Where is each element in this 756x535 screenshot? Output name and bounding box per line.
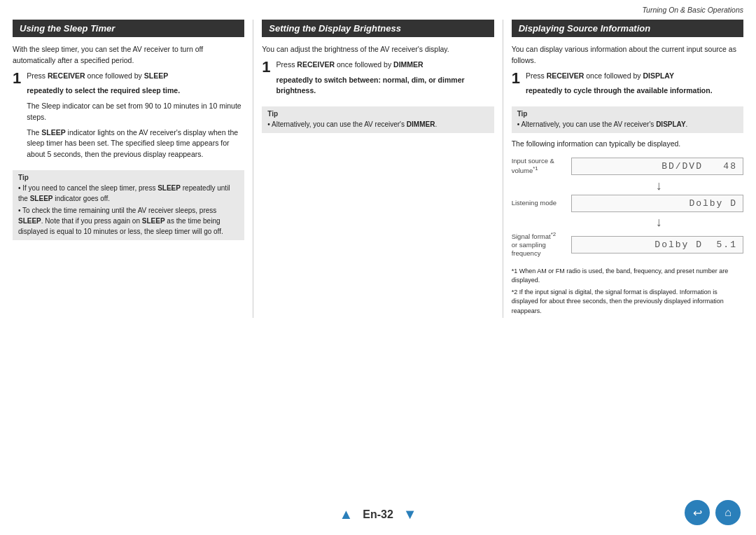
prev-page-button[interactable]: ▲ [339,506,353,522]
dimmer-column: Setting the Display Brightness You can a… [255,20,500,318]
dimmer-step1-text: Press RECEIVER once followed by DIMMER r… [276,60,494,101]
display-row-2: Listening mode Dolby D [512,195,743,212]
bottom-nav: ▲ En-32 ▼ [0,506,756,522]
display-label-source: Input source &volume*1 [512,157,571,176]
display-tip1: • Alternatively, you can use the AV rece… [517,119,738,130]
display-tip-label: Tip [517,110,738,118]
back-icon: ↩ [693,506,702,520]
sleep-tip1: • If you need to cancel the sleep timer,… [18,183,239,204]
dimmer-tip-box: Tip • Alternatively, you can use the AV … [262,106,493,133]
sleep-tip-box: Tip • If you need to cancel the sleep ti… [13,170,244,240]
display-step1: 1 Press RECEIVER once followed by DISPLA… [512,71,743,102]
display-screen-source: BD/DVD 48 [571,158,743,175]
display-screen-signal: Dolby D 5.1 [571,236,743,253]
display-info-column: Displaying Source Information You can di… [505,20,743,318]
sleep-step1: 1 Press RECEIVER once followed by SLEEP … [13,71,244,165]
dimmer-tip1: • Alternatively, you can use the AV rece… [267,119,488,130]
dimmer-step-number: 1 [262,60,270,75]
display-tip-box: Tip • Alternatively, you can use the AV … [512,106,743,133]
display-row-3: Signal format*2or samplingfrequency Dolb… [512,231,743,258]
bottom-right-buttons: ↩ ⌂ [685,500,741,525]
display-label-signal: Signal format*2or samplingfrequency [512,231,571,258]
home-button[interactable]: ⌂ [715,500,741,525]
top-right-label: Turning On & Basic Operations [642,6,743,14]
dimmer-header: Setting the Display Brightness [262,20,493,37]
sleep-timer-header: Using the Sleep Timer [13,20,244,37]
display-label-mode: Listening mode [512,199,571,207]
sleep-tip2: • To check the time remaining until the … [18,205,239,237]
page-section-label: Turning On & Basic Operations [642,6,743,14]
display-arrow-2: ↓ [575,215,743,230]
sleep-intro: With the sleep timer, you can set the AV… [13,44,244,67]
display-row-1: Input source &volume*1 BD/DVD 48 [512,157,743,176]
home-icon: ⌂ [724,506,732,519]
sleep-timer-column: Using the Sleep Timer With the sleep tim… [13,20,251,318]
dimmer-tip-label: Tip [267,110,488,118]
footnote-1: *1 When AM or FM radio is used, the band… [512,267,743,286]
display-footnotes: *1 When AM or FM radio is used, the band… [512,267,743,317]
back-button[interactable]: ↩ [685,500,710,525]
sleep-step1-text: Press RECEIVER once followed by SLEEP re… [27,71,244,165]
dimmer-intro: You can adjust the brightness of the AV … [262,44,493,55]
display-intro: You can display various information abou… [512,44,743,67]
display-info-table: Input source &volume*1 BD/DVD 48 ↓ Liste… [512,157,743,258]
display-arrow-1: ↓ [575,179,743,193]
display-step1-text: Press RECEIVER once followed by DISPLAY … [526,71,713,102]
display-step-number: 1 [512,71,520,86]
col-divider-1 [253,20,253,318]
page-number: En-32 [363,508,393,521]
display-screen-mode: Dolby D [571,195,743,212]
following-text: The following information can typically … [512,139,743,150]
next-page-button[interactable]: ▼ [403,506,417,522]
footnote-2: *2 If the input signal is digital, the s… [512,288,743,317]
display-info-header: Displaying Source Information [512,20,743,37]
page-indicator: ▲ En-32 ▼ [339,506,416,522]
step-number-1: 1 [13,71,21,86]
col-divider-2 [503,20,503,318]
dimmer-step1: 1 Press RECEIVER once followed by DIMMER… [262,60,493,101]
sleep-tip-label: Tip [18,174,239,181]
